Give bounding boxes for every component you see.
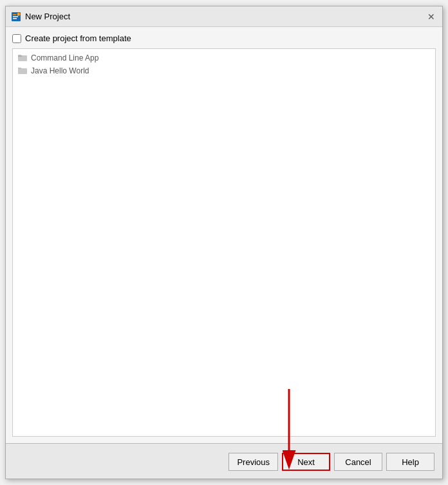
app-icon: J	[11, 12, 21, 22]
svg-rect-3	[13, 18, 17, 19]
button-row: Previous Next Cancel Help	[14, 449, 434, 473]
svg-rect-1	[13, 14, 16, 15]
previous-button[interactable]: Previous	[229, 453, 278, 471]
svg-rect-2	[13, 16, 18, 17]
dialog-title: New Project	[25, 12, 70, 21]
svg-text:J: J	[18, 13, 19, 16]
svg-rect-8	[18, 55, 21, 56]
list-item-label: Java Hello World	[31, 66, 89, 75]
help-button[interactable]: Help	[386, 453, 434, 471]
svg-rect-10	[18, 68, 21, 69]
folder-icon	[18, 53, 27, 62]
title-bar-left: J New Project	[11, 12, 70, 22]
content-area: Create project from template Command Lin…	[6, 27, 442, 443]
create-from-template-checkbox[interactable]	[12, 34, 21, 43]
list-item[interactable]: Java Hello World	[13, 64, 435, 77]
svg-rect-9	[18, 68, 27, 74]
folder-icon	[18, 66, 27, 75]
new-project-dialog: J New Project ✕ Create project from temp…	[5, 6, 443, 479]
create-from-template-label[interactable]: Create project from template	[25, 33, 131, 43]
title-bar: J New Project ✕	[6, 6, 442, 27]
next-button[interactable]: Next	[282, 453, 330, 471]
list-item[interactable]: Command Line App	[13, 52, 435, 64]
close-button[interactable]: ✕	[425, 11, 437, 23]
template-list[interactable]: Command Line App Java Hello World	[12, 48, 436, 437]
list-item-label: Command Line App	[31, 53, 98, 62]
template-checkbox-row: Create project from template	[12, 33, 436, 43]
cancel-button[interactable]: Cancel	[334, 453, 382, 471]
bottom-area: Previous Next Cancel Help	[6, 443, 442, 479]
